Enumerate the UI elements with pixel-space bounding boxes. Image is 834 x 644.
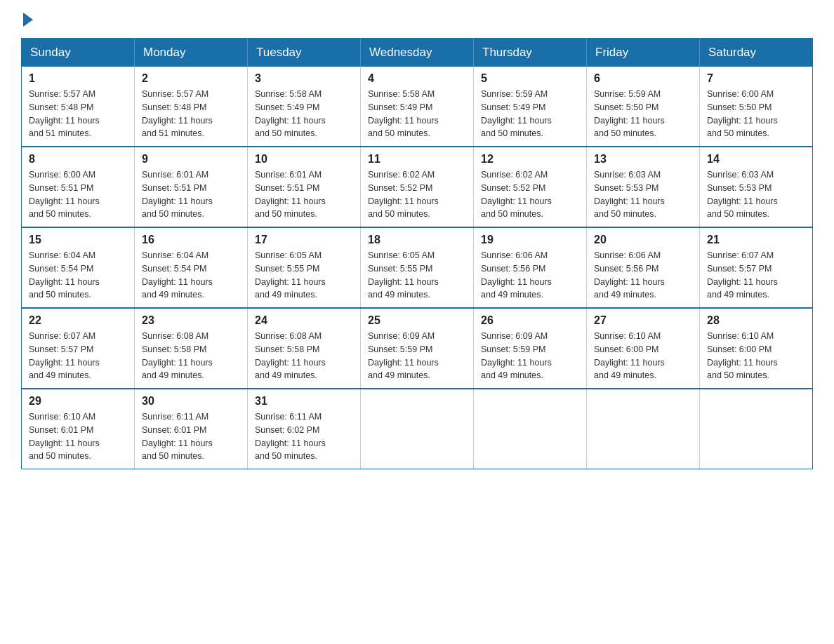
logo <box>21 14 33 24</box>
day-number: 30 <box>142 395 240 408</box>
day-info: Sunrise: 6:02 AMSunset: 5:52 PMDaylight:… <box>368 168 466 221</box>
week-row-4: 22 Sunrise: 6:07 AMSunset: 5:57 PMDaylig… <box>22 308 813 389</box>
day-number: 4 <box>368 72 466 85</box>
day-cell: 11 Sunrise: 6:02 AMSunset: 5:52 PMDaylig… <box>361 147 474 227</box>
calendar-table: SundayMondayTuesdayWednesdayThursdayFrid… <box>21 38 813 469</box>
day-cell: 31 Sunrise: 6:11 AMSunset: 6:02 PMDaylig… <box>248 389 361 469</box>
week-row-5: 29 Sunrise: 6:10 AMSunset: 6:01 PMDaylig… <box>22 389 813 469</box>
header-row: SundayMondayTuesdayWednesdayThursdayFrid… <box>22 39 813 67</box>
day-number: 10 <box>255 153 353 166</box>
week-row-1: 1 Sunrise: 5:57 AMSunset: 5:48 PMDayligh… <box>22 67 813 147</box>
day-cell: 18 Sunrise: 6:05 AMSunset: 5:55 PMDaylig… <box>361 227 474 308</box>
day-number: 7 <box>707 72 805 85</box>
day-info: Sunrise: 6:01 AMSunset: 5:51 PMDaylight:… <box>255 168 353 221</box>
header-sunday: Sunday <box>22 39 135 67</box>
day-number: 18 <box>368 234 466 246</box>
day-cell: 28 Sunrise: 6:10 AMSunset: 6:00 PMDaylig… <box>700 308 813 389</box>
day-number: 22 <box>29 314 127 327</box>
day-info: Sunrise: 6:02 AMSunset: 5:52 PMDaylight:… <box>481 168 579 221</box>
day-number: 5 <box>481 72 579 85</box>
day-number: 19 <box>481 234 579 246</box>
day-number: 13 <box>594 153 692 166</box>
day-number: 12 <box>481 153 579 166</box>
day-cell: 1 Sunrise: 5:57 AMSunset: 5:48 PMDayligh… <box>22 67 135 147</box>
day-cell: 21 Sunrise: 6:07 AMSunset: 5:57 PMDaylig… <box>700 227 813 308</box>
header-friday: Friday <box>587 39 700 67</box>
day-cell: 25 Sunrise: 6:09 AMSunset: 5:59 PMDaylig… <box>361 308 474 389</box>
day-cell: 8 Sunrise: 6:00 AMSunset: 5:51 PMDayligh… <box>22 147 135 227</box>
day-number: 2 <box>142 72 240 85</box>
day-number: 17 <box>255 234 353 246</box>
day-info: Sunrise: 6:06 AMSunset: 5:56 PMDaylight:… <box>481 249 579 302</box>
day-number: 8 <box>29 153 127 166</box>
day-info: Sunrise: 6:03 AMSunset: 5:53 PMDaylight:… <box>707 168 805 221</box>
header-wednesday: Wednesday <box>361 39 474 67</box>
day-cell: 7 Sunrise: 6:00 AMSunset: 5:50 PMDayligh… <box>700 67 813 147</box>
day-cell: 16 Sunrise: 6:04 AMSunset: 5:54 PMDaylig… <box>135 227 248 308</box>
day-info: Sunrise: 6:11 AMSunset: 6:01 PMDaylight:… <box>142 410 240 463</box>
day-number: 28 <box>707 314 805 327</box>
day-info: Sunrise: 6:03 AMSunset: 5:53 PMDaylight:… <box>594 168 692 221</box>
day-info: Sunrise: 6:09 AMSunset: 5:59 PMDaylight:… <box>481 330 579 382</box>
day-info: Sunrise: 6:04 AMSunset: 5:54 PMDaylight:… <box>142 249 240 302</box>
day-info: Sunrise: 6:04 AMSunset: 5:54 PMDaylight:… <box>29 249 127 302</box>
day-cell: 5 Sunrise: 5:59 AMSunset: 5:49 PMDayligh… <box>474 67 587 147</box>
day-cell: 3 Sunrise: 5:58 AMSunset: 5:49 PMDayligh… <box>248 67 361 147</box>
day-cell: 6 Sunrise: 5:59 AMSunset: 5:50 PMDayligh… <box>587 67 700 147</box>
day-cell: 19 Sunrise: 6:06 AMSunset: 5:56 PMDaylig… <box>474 227 587 308</box>
page-header <box>21 14 813 24</box>
day-info: Sunrise: 5:59 AMSunset: 5:49 PMDaylight:… <box>481 88 579 140</box>
day-info: Sunrise: 6:08 AMSunset: 5:58 PMDaylight:… <box>255 330 353 382</box>
day-cell: 22 Sunrise: 6:07 AMSunset: 5:57 PMDaylig… <box>22 308 135 389</box>
day-cell: 23 Sunrise: 6:08 AMSunset: 5:58 PMDaylig… <box>135 308 248 389</box>
day-info: Sunrise: 6:00 AMSunset: 5:50 PMDaylight:… <box>707 88 805 140</box>
day-cell <box>361 389 474 469</box>
day-cell: 15 Sunrise: 6:04 AMSunset: 5:54 PMDaylig… <box>22 227 135 308</box>
day-number: 23 <box>142 314 240 327</box>
day-number: 29 <box>29 395 127 408</box>
day-info: Sunrise: 6:01 AMSunset: 5:51 PMDaylight:… <box>142 168 240 221</box>
day-info: Sunrise: 6:08 AMSunset: 5:58 PMDaylight:… <box>142 330 240 382</box>
day-info: Sunrise: 5:57 AMSunset: 5:48 PMDaylight:… <box>29 88 127 140</box>
day-info: Sunrise: 6:09 AMSunset: 5:59 PMDaylight:… <box>368 330 466 382</box>
day-cell: 26 Sunrise: 6:09 AMSunset: 5:59 PMDaylig… <box>474 308 587 389</box>
week-row-2: 8 Sunrise: 6:00 AMSunset: 5:51 PMDayligh… <box>22 147 813 227</box>
day-number: 27 <box>594 314 692 327</box>
day-number: 25 <box>368 314 466 327</box>
header-monday: Monday <box>135 39 248 67</box>
day-number: 21 <box>707 234 805 246</box>
header-saturday: Saturday <box>700 39 813 67</box>
header-thursday: Thursday <box>474 39 587 67</box>
day-cell: 24 Sunrise: 6:08 AMSunset: 5:58 PMDaylig… <box>248 308 361 389</box>
day-info: Sunrise: 6:11 AMSunset: 6:02 PMDaylight:… <box>255 410 353 463</box>
day-cell: 4 Sunrise: 5:58 AMSunset: 5:49 PMDayligh… <box>361 67 474 147</box>
day-info: Sunrise: 6:05 AMSunset: 5:55 PMDaylight:… <box>368 249 466 302</box>
day-info: Sunrise: 5:58 AMSunset: 5:49 PMDaylight:… <box>255 88 353 140</box>
day-number: 20 <box>594 234 692 246</box>
day-number: 31 <box>255 395 353 408</box>
day-cell: 9 Sunrise: 6:01 AMSunset: 5:51 PMDayligh… <box>135 147 248 227</box>
day-info: Sunrise: 6:10 AMSunset: 6:00 PMDaylight:… <box>707 330 805 382</box>
day-info: Sunrise: 6:07 AMSunset: 5:57 PMDaylight:… <box>707 249 805 302</box>
day-number: 24 <box>255 314 353 327</box>
day-cell: 14 Sunrise: 6:03 AMSunset: 5:53 PMDaylig… <box>700 147 813 227</box>
day-info: Sunrise: 6:05 AMSunset: 5:55 PMDaylight:… <box>255 249 353 302</box>
day-number: 26 <box>481 314 579 327</box>
day-cell: 30 Sunrise: 6:11 AMSunset: 6:01 PMDaylig… <box>135 389 248 469</box>
day-info: Sunrise: 6:10 AMSunset: 6:01 PMDaylight:… <box>29 410 127 463</box>
day-info: Sunrise: 5:58 AMSunset: 5:49 PMDaylight:… <box>368 88 466 140</box>
day-info: Sunrise: 6:00 AMSunset: 5:51 PMDaylight:… <box>29 168 127 221</box>
day-cell: 10 Sunrise: 6:01 AMSunset: 5:51 PMDaylig… <box>248 147 361 227</box>
week-row-3: 15 Sunrise: 6:04 AMSunset: 5:54 PMDaylig… <box>22 227 813 308</box>
day-info: Sunrise: 6:07 AMSunset: 5:57 PMDaylight:… <box>29 330 127 382</box>
day-info: Sunrise: 6:06 AMSunset: 5:56 PMDaylight:… <box>594 249 692 302</box>
day-cell: 2 Sunrise: 5:57 AMSunset: 5:48 PMDayligh… <box>135 67 248 147</box>
day-number: 6 <box>594 72 692 85</box>
header-tuesday: Tuesday <box>248 39 361 67</box>
day-cell <box>474 389 587 469</box>
day-info: Sunrise: 5:57 AMSunset: 5:48 PMDaylight:… <box>142 88 240 140</box>
day-cell: 29 Sunrise: 6:10 AMSunset: 6:01 PMDaylig… <box>22 389 135 469</box>
day-number: 3 <box>255 72 353 85</box>
day-number: 16 <box>142 234 240 246</box>
day-info: Sunrise: 6:10 AMSunset: 6:00 PMDaylight:… <box>594 330 692 382</box>
